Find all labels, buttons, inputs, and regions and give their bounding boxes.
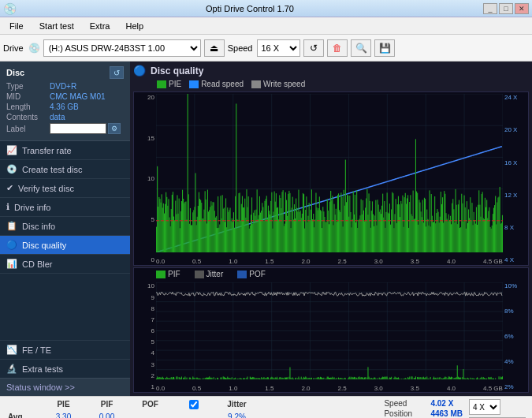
- disc-quality-label: Disc quality: [22, 241, 66, 250]
- content-title: Disc quality: [151, 65, 203, 77]
- top-chart-y-axis-right: 24 X 20 X 16 X 12 X 8 X 4 X: [503, 92, 528, 265]
- label-gear-button[interactable]: ⚙: [108, 123, 121, 134]
- right-stats: Speed 4.02 X Position 4463 MB Samples 13…: [378, 399, 463, 418]
- contents-value: data: [50, 113, 65, 121]
- main-layout: Disc ↺ Type DVD+R MID CMC MAG M01 Length…: [0, 62, 532, 396]
- content-icon: 🔵: [133, 65, 146, 77]
- verify-test-disc-label: Verify test disc: [18, 184, 74, 193]
- stats-avg-row: Avg 3.30 0.00 9.2%: [6, 412, 378, 418]
- drive-icon: 💿: [28, 43, 40, 54]
- sidebar-item-extra-tests[interactable]: 🔬 Extra tests: [0, 359, 130, 378]
- disc-panel: Disc ↺ Type DVD+R MID CMC MAG M01 Length…: [0, 62, 130, 141]
- stats-header-row: PIE PIF POF Jitter: [6, 399, 378, 412]
- jitter-header: Jitter: [215, 399, 259, 412]
- scan-button[interactable]: 🔍: [351, 39, 371, 57]
- menu-start-test[interactable]: Start test: [33, 20, 80, 32]
- status-window-label: Status window >>: [6, 383, 75, 392]
- jitter-legend-color: [195, 271, 204, 278]
- bottom-chart-y-axis: 10 9 8 7 6 5 4 3 2 1: [134, 281, 156, 392]
- pif-legend-label: PIF: [168, 270, 180, 278]
- disc-label-label: Label: [6, 125, 50, 133]
- pie-legend-color: [157, 80, 166, 88]
- content-header: 🔵 Disc quality: [133, 65, 529, 77]
- pof-legend-color: [237, 271, 247, 278]
- sidebar-item-create-test-disc[interactable]: 💿 Create test disc: [0, 160, 130, 179]
- erase-button[interactable]: 🗑: [327, 39, 348, 57]
- bottom-chart-legend: PIF Jitter POF: [156, 270, 266, 278]
- top-chart-area: [156, 94, 503, 252]
- save-button[interactable]: 💾: [374, 39, 395, 57]
- transfer-rate-icon: 📈: [6, 145, 17, 155]
- sidebar-item-fe-te[interactable]: 📉 FE / TE: [0, 340, 130, 359]
- sidebar-item-disc-quality[interactable]: 🔵 Disc quality: [0, 236, 130, 255]
- maximize-button[interactable]: □: [499, 3, 513, 14]
- drive-select[interactable]: (H:) ASUS DRW-24B3ST 1.00: [43, 39, 201, 57]
- speed-label: Speed: [228, 43, 253, 53]
- window-controls: _ □ ✕: [483, 3, 529, 14]
- disc-quality-icon: 🔵: [6, 240, 17, 250]
- toolbar: Drive 💿 (H:) ASUS DRW-24B3ST 1.00 ⏏ Spee…: [0, 35, 532, 62]
- create-test-disc-icon: 💿: [6, 164, 17, 174]
- jitter-checkbox[interactable]: [189, 400, 199, 409]
- menu-extra[interactable]: Extra: [84, 20, 117, 32]
- disc-refresh-button[interactable]: ↺: [110, 66, 124, 79]
- bottom-chart-y-axis-right: 10% 8% 6% 4% 2%: [503, 281, 528, 392]
- pif-legend-color: [156, 271, 166, 278]
- create-test-disc-label: Create test disc: [22, 165, 82, 174]
- sidebar-item-disc-info[interactable]: 📋 Disc info: [0, 217, 130, 236]
- speed-stat-label: Speed: [384, 399, 427, 408]
- length-label: Length: [6, 103, 50, 111]
- contents-label: Contents: [6, 113, 50, 121]
- action-buttons: 4 X8 X16 X Start full Start part: [463, 399, 526, 418]
- type-value: DVD+R: [50, 82, 76, 91]
- output-speed-select[interactable]: 4 X8 X16 X: [469, 399, 500, 415]
- eject-button[interactable]: ⏏: [204, 39, 225, 57]
- jitter-legend-label: Jitter: [206, 270, 224, 278]
- menu-help[interactable]: Help: [119, 20, 150, 32]
- sidebar-item-cd-bler[interactable]: 📊 CD Bler: [0, 255, 130, 274]
- mid-value: CMC MAG M01: [50, 92, 106, 101]
- stats-area: PIE PIF POF Jitter Avg 3.30 0.00 9.2% Ma…: [0, 396, 532, 418]
- top-chart: 20 15 10 5 0 24 X 20 X 16 X 12 X 8 X 4 X: [133, 91, 529, 266]
- read-speed-legend-label: Read speed: [201, 80, 244, 88]
- refresh-button[interactable]: ↺: [303, 39, 324, 57]
- app-title: Opti Drive Control 1.70: [17, 4, 483, 13]
- fe-te-icon: 📉: [6, 345, 17, 355]
- pie-legend-label: PIE: [169, 80, 181, 88]
- top-chart-y-axis: 20 15 10 5 0: [134, 92, 156, 265]
- sidebar: Disc ↺ Type DVD+R MID CMC MAG M01 Length…: [0, 62, 130, 396]
- verify-test-disc-icon: ✔: [6, 183, 13, 193]
- chart-container: 20 15 10 5 0 24 X 20 X 16 X 12 X 8 X 4 X: [133, 91, 529, 393]
- avg-pif: 0.00: [85, 412, 128, 418]
- bottom-chart-x-axis: 0.0 0.5 1.0 1.5 2.0 2.5 3.0 3.5 4.0 4.5 …: [156, 381, 503, 392]
- position-stat-label: Position: [384, 409, 427, 418]
- fe-te-label: FE / TE: [22, 345, 51, 355]
- avg-label: Avg: [6, 412, 42, 418]
- sidebar-item-transfer-rate[interactable]: 📈 Transfer rate: [0, 141, 130, 160]
- minimize-button[interactable]: _: [483, 3, 497, 14]
- drive-info-icon: ℹ: [6, 202, 9, 212]
- menu-file[interactable]: File: [3, 20, 30, 32]
- mid-label: MID: [6, 92, 50, 101]
- app-icon: 💿: [3, 2, 17, 15]
- cd-bler-icon: 📊: [6, 259, 17, 269]
- label-input[interactable]: [50, 123, 106, 134]
- speed-stat-value: 4.02 X: [430, 399, 453, 408]
- menubar: File Start test Extra Help: [0, 17, 532, 35]
- speed-select[interactable]: 16 X 8 X 4 X Max: [257, 39, 300, 57]
- disc-info-icon: 📋: [6, 221, 17, 231]
- drive-label: Drive: [3, 43, 24, 53]
- sidebar-item-drive-info[interactable]: ℹ Drive info: [0, 198, 130, 217]
- speed-stat-row: Speed 4.02 X: [384, 399, 463, 408]
- bottom-chart-area: [156, 282, 503, 379]
- pof-legend-label: POF: [249, 270, 266, 278]
- write-speed-legend-label: Write speed: [263, 80, 305, 88]
- status-window-button[interactable]: Status window >>: [0, 378, 130, 396]
- pif-header: PIF: [85, 399, 128, 412]
- sidebar-item-verify-test-disc[interactable]: ✔ Verify test disc: [0, 179, 130, 198]
- drive-info-label: Drive info: [14, 203, 50, 212]
- position-stat-value: 4463 MB: [430, 409, 463, 418]
- position-stat-row: Position 4463 MB: [384, 409, 463, 418]
- close-button[interactable]: ✕: [515, 3, 529, 14]
- extra-tests-icon: 🔬: [6, 364, 17, 374]
